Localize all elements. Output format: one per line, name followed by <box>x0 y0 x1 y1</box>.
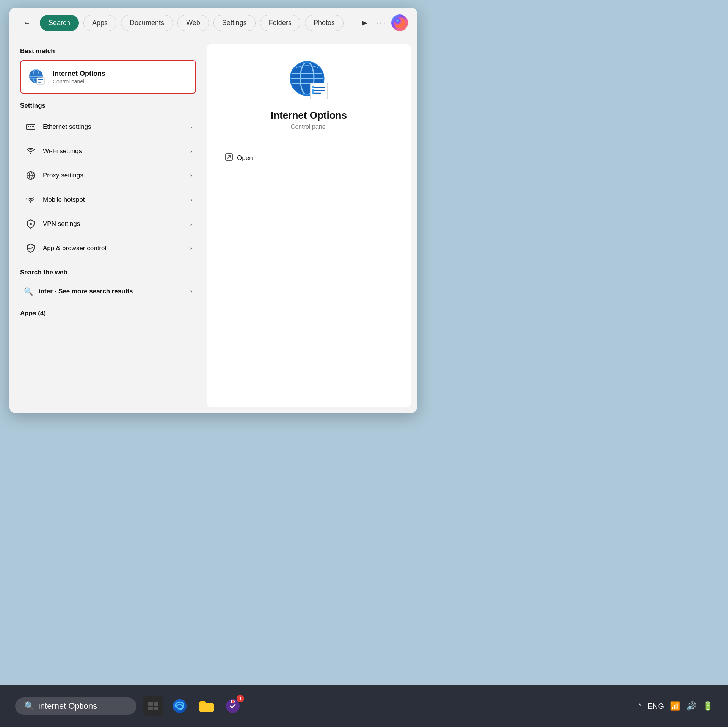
tab-apps[interactable]: Apps <box>83 15 116 31</box>
svg-rect-39 <box>148 707 153 710</box>
back-button[interactable]: ← <box>19 14 35 31</box>
web-search-arrow: › <box>190 288 192 295</box>
svg-point-14 <box>30 153 31 154</box>
svg-rect-13 <box>32 126 34 127</box>
content-area: Best match <box>9 38 417 413</box>
svg-text:): ) <box>33 197 34 200</box>
browser-control-arrow: › <box>190 245 192 252</box>
apps-section-label: Apps (4) <box>20 310 196 317</box>
tab-search[interactable]: Search <box>40 15 79 31</box>
right-panel: Internet Options Control panel Open <box>207 44 411 407</box>
hotspot-arrow: › <box>190 196 192 203</box>
web-search-query: inter <box>39 288 53 295</box>
left-panel: Best match <box>9 38 207 413</box>
tab-web[interactable]: Web <box>177 15 209 31</box>
wifi-label: Wi-Fi settings <box>43 147 185 155</box>
search-icon: 🔍 <box>24 287 33 296</box>
wifi-arrow: › <box>190 148 192 155</box>
todo-badge: 1 <box>237 695 244 702</box>
ethernet-arrow: › <box>190 124 192 130</box>
hotspot-settings-item[interactable]: ( ) Mobile hotspot › <box>20 188 196 212</box>
vpn-arrow: › <box>190 221 192 227</box>
browser-control-icon <box>24 241 38 255</box>
proxy-settings-item[interactable]: Proxy settings › <box>20 163 196 188</box>
svg-point-21 <box>30 223 32 225</box>
taskbar-search[interactable]: 🔍 internet Options <box>15 697 136 715</box>
proxy-arrow: › <box>190 172 192 179</box>
ethernet-icon <box>24 120 38 134</box>
hotspot-label: Mobile hotspot <box>43 196 185 204</box>
settings-list: Ethernet settings › Wi-Fi settings <box>20 115 196 260</box>
taskbar-icon-files[interactable] <box>196 696 216 716</box>
wifi-settings-item[interactable]: Wi-Fi settings › <box>20 139 196 163</box>
proxy-icon <box>24 169 38 182</box>
best-match-title: Internet Options <box>53 70 105 78</box>
vpn-settings-item[interactable]: VPN settings › <box>20 212 196 236</box>
hotspot-icon: ( ) <box>24 193 38 207</box>
taskbar-search-icon: 🔍 <box>24 701 35 711</box>
proxy-label: Proxy settings <box>43 172 185 179</box>
svg-rect-36 <box>147 700 160 713</box>
taskbar-right: ^ ENG 📶 🔊 🔋 <box>638 701 713 711</box>
taskbar-volume: 🔊 <box>686 701 697 711</box>
settings-label: Settings <box>20 102 196 110</box>
open-label: Open <box>237 154 253 162</box>
wifi-icon <box>24 144 38 158</box>
nav-right: ▶ ··· <box>357 14 408 31</box>
detail-title: Internet Options <box>271 110 347 121</box>
more-button[interactable]: ··· <box>377 18 386 28</box>
play-button[interactable]: ▶ <box>357 16 372 30</box>
taskbar-search-text: internet Options <box>38 701 97 711</box>
vpn-label: VPN settings <box>43 220 185 228</box>
best-match-label: Best match <box>20 47 196 55</box>
tab-photos[interactable]: Photos <box>305 15 344 31</box>
svg-point-18 <box>30 201 31 203</box>
copilot-button[interactable] <box>391 14 408 31</box>
vpn-icon <box>24 217 38 231</box>
ethernet-settings-item[interactable]: Ethernet settings › <box>20 115 196 139</box>
taskbar-icon-explorer[interactable] <box>143 696 163 716</box>
detail-subtitle: Control panel <box>291 124 327 130</box>
taskbar-lang: ENG <box>648 702 664 711</box>
search-panel: ← Search Apps Documents Web Settings Fol… <box>9 8 417 413</box>
detail-divider <box>218 141 400 141</box>
tab-settings[interactable]: Settings <box>213 15 256 31</box>
web-search-text: inter - See more search results <box>39 288 185 295</box>
internet-options-icon <box>27 67 47 87</box>
taskbar-chevron[interactable]: ^ <box>638 702 641 710</box>
nav-bar: ← Search Apps Documents Web Settings Fol… <box>9 8 417 38</box>
svg-rect-40 <box>154 707 158 710</box>
detail-icon <box>288 60 330 101</box>
browser-control-item[interactable]: App & browser control › <box>20 236 196 260</box>
web-search-suffix: - See more search results <box>53 288 133 295</box>
web-search-section-label: Search the web <box>20 269 196 276</box>
svg-rect-12 <box>30 126 31 127</box>
browser-control-label: App & browser control <box>43 244 185 252</box>
open-icon <box>225 153 233 163</box>
taskbar: 🔍 internet Options <box>0 685 728 727</box>
svg-rect-32 <box>312 86 314 88</box>
best-match-info: Internet Options Control panel <box>53 70 105 85</box>
taskbar-battery: 🔋 <box>703 701 713 711</box>
ethernet-label: Ethernet settings <box>43 123 185 131</box>
taskbar-wifi: 📶 <box>670 701 680 711</box>
tab-folders[interactable]: Folders <box>260 15 300 31</box>
best-match-item[interactable]: Internet Options Control panel <box>20 60 196 94</box>
svg-rect-38 <box>154 702 158 706</box>
svg-rect-11 <box>28 126 29 127</box>
tab-documents[interactable]: Documents <box>121 15 173 31</box>
svg-point-0 <box>394 17 405 28</box>
best-match-subtitle: Control panel <box>53 78 105 85</box>
svg-point-44 <box>232 700 234 703</box>
taskbar-icon-todo[interactable]: 1 <box>223 696 243 716</box>
svg-text:(: ( <box>26 197 27 200</box>
taskbar-icon-edge[interactable] <box>170 696 190 716</box>
svg-rect-37 <box>148 702 153 706</box>
svg-rect-33 <box>312 89 314 92</box>
svg-rect-34 <box>312 92 314 94</box>
web-search-item[interactable]: 🔍 inter - See more search results › <box>20 282 196 301</box>
open-button[interactable]: Open <box>218 149 400 167</box>
